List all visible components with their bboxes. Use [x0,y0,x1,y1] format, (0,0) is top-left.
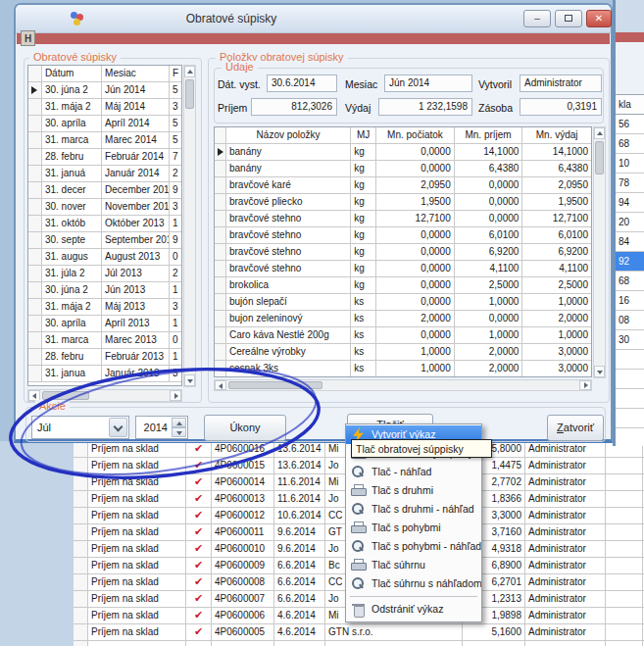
scroll-thumb[interactable] [185,79,194,109]
scroll-thumb[interactable] [595,141,604,174]
row-selector[interactable] [74,491,88,507]
row-marker[interactable] [28,316,42,331]
row-selector[interactable] [74,624,88,640]
date-row[interactable]: 31. októb Október 2013 1 [28,216,181,232]
row-selector[interactable] [74,458,88,473]
vydaj-field[interactable]: 1 232,1598 [378,98,472,116]
prijem-field[interactable]: 812,3026 [251,98,337,116]
row-marker[interactable] [28,82,42,98]
strip-cell[interactable]: 10 [616,154,644,174]
titlebar[interactable]: Obratové súpisky – ✕ [16,5,611,33]
item-row[interactable]: bravčové karé kg 2,0950 0,0000 2,0950 [215,177,591,194]
row-selector[interactable] [74,524,88,540]
item-row[interactable]: Cereálne výrobky ks 1,0000 2,0000 3,0000 [215,344,591,361]
row-selector[interactable] [74,574,88,590]
scroll-down-button[interactable] [594,366,605,377]
row-selector[interactable] [74,591,88,607]
month-combobox[interactable]: Júl [31,416,129,439]
row-marker[interactable] [215,161,226,176]
date-row[interactable]: 30. apríla Apríl 2013 1 [28,316,181,332]
row-marker[interactable] [215,261,226,276]
row-marker[interactable] [215,194,226,210]
dat-vyst-field[interactable]: 30.6.2014 [267,75,337,92]
strip-cell[interactable]: 20 [616,213,644,232]
scroll-thumb[interactable] [228,381,322,389]
table-row[interactable] [74,641,644,646]
row-selector[interactable] [74,558,88,573]
row-selector[interactable] [74,441,88,457]
row-marker[interactable] [215,277,226,293]
strip-cell[interactable]: 84 [616,232,644,252]
strip-cell[interactable]: 30 [616,330,644,350]
scroll-up-button[interactable] [594,127,605,139]
menu-item[interactable]: Tlač s pohybmi [346,519,481,537]
date-row[interactable]: 31. mája 2 Máj 2013 3 [28,299,181,316]
row-marker[interactable] [28,349,42,365]
row-selector[interactable] [74,508,88,523]
menu-item[interactable]: Tlač súhrnu s náhľadom [346,574,481,593]
row-marker[interactable] [28,266,42,281]
scroll-down-button[interactable] [184,374,195,386]
date-row[interactable]: 30. apríla Apríl 2014 5 [28,116,181,132]
item-row[interactable]: bravčové stehno kg 0,0000 4,1100 4,1100 [215,261,591,277]
row-selector[interactable] [74,474,88,490]
column-header-vydaj[interactable]: Mn. výdaj [522,127,591,143]
date-row[interactable]: 31. marca Marec 2013 0 [28,332,181,349]
menu-item[interactable]: Tlač s druhmi - náhľad [346,500,481,519]
row-marker[interactable] [28,149,42,165]
row-marker[interactable] [215,311,226,326]
h-button[interactable]: H [21,30,35,46]
row-marker[interactable] [28,132,42,148]
row-marker[interactable] [28,249,42,265]
date-row[interactable]: 30. septe September 2013 9 [28,232,181,249]
column-header-pociatok[interactable]: Mn. počiatok [376,127,455,143]
row-marker[interactable] [28,166,42,181]
item-row[interactable]: banány kg 0,0000 14,1000 14,1000 [215,144,591,161]
scroll-left-button[interactable] [215,380,226,390]
row-marker[interactable] [28,182,42,198]
scroll-right-button[interactable] [579,380,591,390]
strip-cell[interactable] [616,409,644,428]
strip-cell[interactable] [616,370,644,389]
row-marker[interactable] [28,366,42,381]
menu-item[interactable]: Odstrániť výkaz [346,600,481,619]
date-row[interactable]: 30. nover November 2013 3 [28,199,181,216]
date-row[interactable]: 30. júna 2 Jún 2014 5 [28,82,181,99]
menu-item[interactable]: Tlač s pohybmi - náhľad [346,537,481,556]
strip-cell[interactable]: 68 [616,134,644,154]
column-header-mj[interactable]: MJ [351,127,376,143]
table-row[interactable]: Príjem na sklad ✔ 4P0600005 4.6.2014 GTN… [74,624,644,641]
strip-cell[interactable]: 56 [616,115,644,134]
items-hscrollbar[interactable] [214,379,592,391]
row-marker[interactable] [28,332,42,348]
row-marker[interactable] [215,144,226,160]
date-row[interactable]: 31. decer December 2013 9 [28,182,181,199]
row-marker[interactable] [215,361,226,376]
item-row[interactable]: cesnak 3ks ks 1,0000 2,0000 3,0000 [215,361,591,377]
date-row[interactable]: 31. júla 2 Júl 2013 2 [28,266,181,282]
row-marker[interactable] [28,199,42,215]
strip-cell[interactable]: 08 [616,311,644,330]
item-row[interactable]: bravčové stehno kg 0,0000 6,0100 6,0100 [215,227,591,244]
column-header-datum[interactable]: Dátum [42,66,102,81]
row-marker[interactable] [215,344,226,360]
row-marker[interactable] [28,99,42,115]
scroll-thumb[interactable] [42,391,89,400]
date-row[interactable]: 31. mája 2 Máj 2014 3 [28,99,181,116]
menu-item[interactable]: Tlač s druhmi [346,481,481,500]
column-header-name[interactable]: Názov položky [226,127,351,143]
item-row[interactable]: bujon zeleninový ks 2,0000 0,0000 2,0000 [215,311,591,327]
strip-cell[interactable] [616,389,644,409]
strip-cell[interactable]: 78 [616,174,644,193]
date-row[interactable]: 31. marca Marec 2014 5 [28,132,181,149]
menu-item[interactable]: Tlač súhrnu [346,556,481,574]
year-spinner[interactable]: 2014 [135,416,188,439]
minimize-button[interactable]: – [523,10,551,27]
strip-cell[interactable]: 94 [616,193,644,213]
vytvoril-field[interactable]: Administrator [520,75,602,92]
item-row[interactable]: bujón slepačí ks 0,0000 1,0000 1,0000 [215,294,591,311]
row-marker[interactable] [215,227,226,243]
row-selector[interactable] [74,608,88,623]
menu-item[interactable] [346,593,481,600]
date-row[interactable]: 31. janua Január 2013 3 [28,366,181,382]
